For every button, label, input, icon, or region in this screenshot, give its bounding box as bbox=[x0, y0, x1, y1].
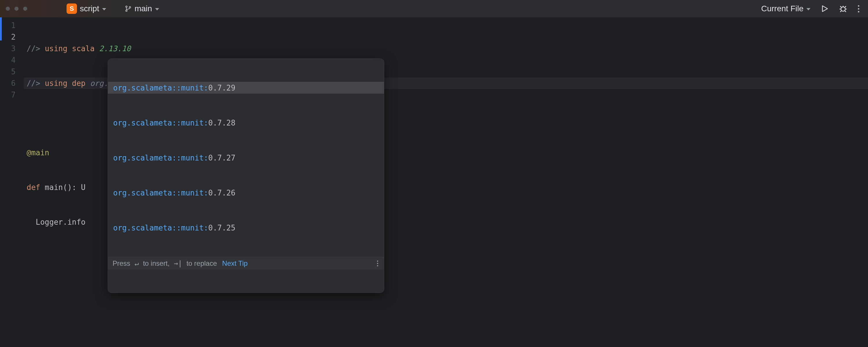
code-area[interactable]: //> using scala 2.13.10 //> using dep or… bbox=[24, 18, 868, 347]
footer-text: to insert, bbox=[141, 258, 171, 269]
line-number[interactable]: 1 bbox=[0, 20, 24, 31]
chevron-down-icon bbox=[102, 8, 106, 10]
svg-point-1 bbox=[126, 10, 127, 11]
completion-item[interactable]: org.scalameta::munit:0.7.26 bbox=[108, 187, 384, 199]
footer-text: to replace bbox=[185, 258, 217, 269]
line-number[interactable]: 3 bbox=[0, 43, 24, 54]
branch-icon bbox=[125, 5, 132, 12]
more-menu-button[interactable] bbox=[855, 5, 862, 12]
enter-key-icon: ↵ bbox=[134, 258, 138, 269]
window-maximize-button[interactable] bbox=[23, 7, 27, 11]
file-type-badge: S bbox=[66, 3, 77, 14]
chevron-down-icon bbox=[155, 8, 159, 10]
chevron-down-icon bbox=[806, 8, 810, 10]
branch-selector[interactable]: main bbox=[122, 3, 161, 14]
svg-point-0 bbox=[126, 6, 127, 7]
line-number[interactable]: 7 bbox=[0, 89, 24, 101]
completion-item[interactable]: org.scalameta::munit:0.7.27 bbox=[108, 152, 384, 164]
completion-prefix: org.scalameta::munit: bbox=[113, 82, 208, 94]
line-number[interactable]: 2 bbox=[0, 31, 24, 43]
gutter: 1 2 3 4 5 6 7 bbox=[0, 18, 24, 347]
completion-item[interactable]: org.scalameta::munit:0.7.29 bbox=[108, 82, 384, 94]
run-config-label: Current File bbox=[761, 4, 804, 13]
svg-point-2 bbox=[129, 7, 130, 8]
file-selector[interactable]: S script bbox=[64, 2, 108, 15]
run-button[interactable] bbox=[818, 3, 831, 14]
completion-version: 0.7.29 bbox=[208, 82, 236, 94]
line-number[interactable]: 5 bbox=[0, 66, 24, 77]
branch-name-label: main bbox=[134, 4, 152, 13]
footer-text: Press bbox=[113, 258, 132, 269]
code-line[interactable]: //> using scala 2.13.10 bbox=[24, 43, 868, 54]
titlebar: S script main Current File bbox=[0, 0, 868, 18]
completion-item[interactable]: org.scalameta::munit:0.7.25 bbox=[108, 222, 384, 234]
completion-popup: org.scalameta::munit:0.7.29 org.scalamet… bbox=[107, 58, 384, 293]
token-annotation: @main bbox=[27, 148, 49, 157]
editor: 1 2 3 4 5 6 7 //> using scala 2.13.10 //… bbox=[0, 18, 868, 347]
token-ident: main(): U bbox=[40, 183, 86, 192]
completion-more-button[interactable] bbox=[376, 259, 379, 267]
completion-version: 0.7.25 bbox=[208, 222, 236, 234]
completion-prefix: org.scalameta::munit: bbox=[113, 117, 208, 129]
window-close-button[interactable] bbox=[6, 7, 10, 11]
file-name-label: script bbox=[80, 4, 99, 13]
token-keyword: using dep bbox=[45, 79, 90, 88]
line-number[interactable]: 6 bbox=[0, 77, 24, 89]
next-tip-link[interactable]: Next Tip bbox=[222, 258, 248, 269]
completion-prefix: org.scalameta::munit: bbox=[113, 152, 208, 164]
completion-item[interactable]: org.scalameta::munit:0.7.28 bbox=[108, 117, 384, 129]
debug-button[interactable] bbox=[836, 3, 850, 14]
completion-prefix: org.scalameta::munit: bbox=[113, 222, 208, 234]
run-config-selector[interactable]: Current File bbox=[759, 3, 813, 14]
window-controls bbox=[6, 7, 27, 11]
token-keyword: using scala bbox=[45, 44, 99, 53]
token-comment: //> bbox=[27, 79, 45, 88]
completion-version: 0.7.26 bbox=[208, 187, 236, 199]
completion-version: 0.7.27 bbox=[208, 152, 236, 164]
token-keyword: def bbox=[27, 183, 40, 192]
token-comment: //> bbox=[27, 44, 45, 53]
window-minimize-button[interactable] bbox=[14, 7, 19, 11]
token-version: 2.13.10 bbox=[99, 44, 131, 53]
tab-key-icon: →| bbox=[174, 258, 182, 269]
completion-footer: Press ↵ to insert, →| to replace Next Ti… bbox=[108, 257, 384, 270]
token-ident: Logger.info bbox=[27, 218, 86, 226]
ide-window: S script main Current File bbox=[0, 0, 868, 347]
line-number[interactable]: 4 bbox=[0, 54, 24, 66]
completion-version: 0.7.28 bbox=[208, 117, 236, 129]
svg-point-3 bbox=[841, 7, 845, 11]
completion-prefix: org.scalameta::munit: bbox=[113, 187, 208, 199]
